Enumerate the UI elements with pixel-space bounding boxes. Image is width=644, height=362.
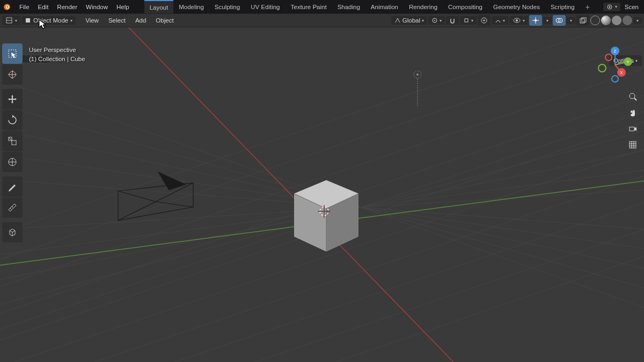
overlays-dropdown[interactable]: ▾ bbox=[567, 17, 575, 24]
zoom-button[interactable] bbox=[626, 90, 640, 104]
header-menu-view[interactable]: View bbox=[81, 17, 103, 24]
tab-sculpting[interactable]: Sculpting bbox=[209, 0, 245, 13]
cube-object[interactable] bbox=[294, 180, 358, 252]
select-box-tool[interactable] bbox=[2, 43, 23, 64]
menu-window[interactable]: Window bbox=[82, 0, 112, 13]
perspective-toggle-button[interactable] bbox=[626, 138, 640, 152]
proportional-falloff-dropdown[interactable]: ▾ bbox=[492, 16, 508, 25]
move-icon bbox=[7, 94, 18, 105]
header-menu-object[interactable]: Object bbox=[151, 17, 178, 24]
shading-wireframe[interactable] bbox=[590, 16, 600, 25]
rotate-tool[interactable] bbox=[2, 110, 23, 130]
camera-view-button[interactable] bbox=[626, 122, 640, 136]
pan-icon bbox=[628, 108, 637, 117]
visibility-dropdown[interactable]: ▾ bbox=[509, 16, 528, 25]
mode-dropdown[interactable]: Object Mode ▾ bbox=[21, 16, 76, 25]
move-tool[interactable] bbox=[2, 89, 23, 109]
nav-gizmo-svg: Z Y X bbox=[596, 46, 634, 84]
tab-compositing[interactable]: Compositing bbox=[443, 0, 488, 13]
svg-rect-18 bbox=[580, 19, 584, 23]
nav-gizmo[interactable]: Z Y X bbox=[596, 46, 634, 84]
top-menubar: File Edit Render Window Help Layout Mode… bbox=[0, 0, 644, 13]
transform-tool[interactable] bbox=[2, 152, 23, 172]
measure-icon bbox=[7, 202, 18, 213]
proportional-edit-toggle[interactable] bbox=[478, 15, 491, 26]
pivot-dropdown[interactable]: ▾ bbox=[428, 16, 445, 25]
measure-tool[interactable] bbox=[2, 197, 23, 218]
shading-rendered[interactable] bbox=[623, 16, 632, 25]
svg-point-12 bbox=[484, 20, 485, 21]
shading-solid[interactable] bbox=[601, 16, 611, 25]
svg-point-15 bbox=[535, 19, 537, 21]
viewport-overlay-text: User Perspective (1) Collection | Cube bbox=[29, 46, 85, 63]
svg-text:Z: Z bbox=[614, 49, 617, 54]
svg-point-82 bbox=[612, 76, 618, 82]
tab-modeling[interactable]: Modeling bbox=[173, 0, 209, 13]
3d-viewport[interactable]: Options ▾ bbox=[0, 27, 644, 362]
add-workspace-button[interactable]: + bbox=[580, 0, 595, 13]
editor-type-dropdown[interactable]: ▾ bbox=[2, 16, 20, 25]
object-mode-icon bbox=[25, 17, 31, 24]
menu-file[interactable]: File bbox=[15, 0, 34, 13]
tab-shading[interactable]: Shading bbox=[332, 0, 365, 13]
annotate-tool[interactable] bbox=[2, 176, 23, 197]
orientation-icon bbox=[394, 17, 401, 24]
tab-uv-editing[interactable]: UV Editing bbox=[245, 0, 285, 13]
svg-line-34 bbox=[0, 140, 644, 362]
xray-toggle[interactable] bbox=[576, 15, 589, 26]
svg-point-2 bbox=[7, 6, 9, 8]
svg-point-83 bbox=[630, 93, 635, 99]
eye-icon bbox=[513, 17, 521, 24]
shading-mode-group bbox=[590, 16, 632, 25]
transform-icon bbox=[7, 157, 18, 167]
camera-object[interactable] bbox=[118, 172, 193, 220]
menu-help[interactable]: Help bbox=[112, 0, 134, 13]
xray-icon bbox=[579, 17, 587, 24]
tab-texture-paint[interactable]: Texture Paint bbox=[286, 0, 332, 13]
tab-scripting[interactable]: Scripting bbox=[545, 0, 580, 13]
proportional-icon bbox=[480, 17, 488, 24]
light-object[interactable] bbox=[414, 71, 421, 107]
falloff-icon bbox=[495, 17, 501, 24]
pan-button[interactable] bbox=[626, 106, 640, 120]
rotate-icon bbox=[7, 115, 18, 125]
select-box-icon bbox=[7, 48, 18, 59]
shading-material[interactable] bbox=[612, 16, 621, 25]
svg-line-38 bbox=[215, 220, 644, 362]
svg-line-44 bbox=[118, 191, 156, 202]
svg-rect-10 bbox=[465, 19, 468, 22]
tab-animation[interactable]: Animation bbox=[365, 0, 404, 13]
svg-rect-66 bbox=[12, 141, 16, 145]
menu-render[interactable]: Render bbox=[53, 0, 82, 13]
svg-line-39 bbox=[295, 247, 644, 362]
snap-target-dropdown[interactable]: ▾ bbox=[460, 16, 477, 25]
scale-tool[interactable] bbox=[2, 131, 23, 151]
overlay-perspective-label: User Perspective bbox=[29, 46, 85, 55]
tab-rendering[interactable]: Rendering bbox=[404, 0, 443, 13]
magnet-icon bbox=[449, 17, 456, 24]
cursor-tool-icon bbox=[7, 69, 18, 80]
cursor-tool[interactable] bbox=[2, 64, 23, 85]
overlays-toggle[interactable] bbox=[553, 15, 566, 26]
svg-point-9 bbox=[434, 20, 435, 21]
header-menu-add[interactable]: Add bbox=[131, 17, 150, 24]
header-menu-select[interactable]: Select bbox=[104, 17, 130, 24]
svg-line-84 bbox=[634, 98, 636, 100]
add-cube-tool[interactable] bbox=[2, 222, 23, 242]
annotate-icon bbox=[7, 181, 18, 192]
tab-layout[interactable]: Layout bbox=[144, 0, 174, 13]
nav-buttons-column bbox=[626, 90, 640, 152]
svg-line-37 bbox=[134, 194, 644, 362]
snap-toggle[interactable] bbox=[446, 16, 459, 25]
gizmos-toggle[interactable] bbox=[529, 15, 542, 26]
scene-dropdown[interactable]: ▾ bbox=[603, 3, 620, 11]
svg-rect-86 bbox=[630, 142, 636, 148]
orientation-dropdown[interactable]: Global ▾ bbox=[391, 16, 427, 25]
gizmos-dropdown[interactable]: ▾ bbox=[543, 17, 552, 24]
scene-name-field[interactable]: Scen bbox=[623, 4, 641, 10]
shading-dropdown[interactable]: ▾ bbox=[633, 17, 642, 24]
tab-geometry-nodes[interactable]: Geometry Nodes bbox=[488, 0, 545, 13]
menu-edit[interactable]: Edit bbox=[34, 0, 53, 13]
left-toolbar bbox=[2, 43, 23, 242]
gizmo-icon bbox=[532, 17, 539, 24]
